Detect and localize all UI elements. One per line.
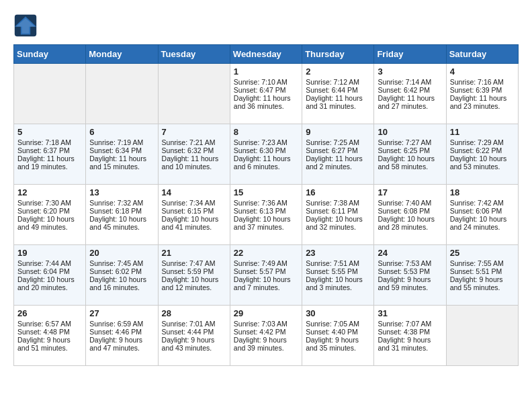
sunset-text: Sunset: 6:06 PM [450, 207, 515, 215]
daylight-text: Daylight: 10 hours and 49 minutes. [17, 215, 82, 231]
sunset-text: Sunset: 6:37 PM [17, 146, 82, 154]
daylight-text: Daylight: 9 hours and 35 minutes. [306, 336, 370, 352]
calendar-cell: 31Sunrise: 7:07 AMSunset: 4:38 PMDayligh… [374, 306, 446, 366]
calendar-cell: 15Sunrise: 7:36 AMSunset: 6:13 PMDayligh… [230, 185, 302, 245]
day-number: 22 [234, 248, 298, 258]
day-number: 16 [306, 187, 370, 197]
sunset-text: Sunset: 6:18 PM [89, 207, 154, 215]
daylight-text: Daylight: 9 hours and 43 minutes. [162, 336, 226, 352]
daylight-text: Daylight: 9 hours and 39 minutes. [234, 336, 298, 352]
calendar-cell: 1Sunrise: 7:10 AMSunset: 6:47 PMDaylight… [230, 64, 302, 124]
sunrise-text: Sunrise: 7:07 AM [378, 320, 442, 328]
calendar-cell: 24Sunrise: 7:53 AMSunset: 5:53 PMDayligh… [374, 245, 446, 306]
day-number: 28 [162, 308, 226, 318]
calendar-cell [86, 64, 158, 124]
calendar-cell: 2Sunrise: 7:12 AMSunset: 6:44 PMDaylight… [302, 64, 374, 124]
daylight-text: Daylight: 9 hours and 51 minutes. [17, 336, 82, 352]
day-number: 2 [306, 66, 370, 77]
daylight-text: Daylight: 10 hours and 3 minutes. [306, 275, 370, 291]
calendar-cell: 19Sunrise: 7:44 AMSunset: 6:04 PMDayligh… [14, 245, 86, 306]
day-number: 13 [89, 187, 154, 197]
sunset-text: Sunset: 6:13 PM [234, 207, 298, 215]
daylight-text: Daylight: 10 hours and 16 minutes. [89, 275, 154, 291]
calendar-week-5: 26Sunrise: 6:57 AMSunset: 4:48 PMDayligh… [14, 306, 519, 366]
calendar-week-4: 19Sunrise: 7:44 AMSunset: 6:04 PMDayligh… [14, 245, 519, 306]
daylight-text: Daylight: 10 hours and 20 minutes. [17, 275, 82, 291]
calendar-cell: 22Sunrise: 7:49 AMSunset: 5:57 PMDayligh… [230, 245, 302, 306]
sunset-text: Sunset: 6:42 PM [378, 86, 442, 94]
sunrise-text: Sunrise: 7:55 AM [450, 259, 515, 267]
calendar-week-1: 1Sunrise: 7:10 AMSunset: 6:47 PMDaylight… [14, 64, 519, 124]
sunset-text: Sunset: 5:53 PM [378, 267, 442, 275]
daylight-text: Daylight: 11 hours and 6 minutes. [234, 154, 298, 171]
sunrise-text: Sunrise: 7:01 AM [162, 320, 226, 328]
sunrise-text: Sunrise: 7:14 AM [378, 78, 442, 86]
day-number: 4 [450, 66, 515, 77]
day-header-row: SundayMondayTuesdayWednesdayThursdayFrid… [14, 45, 519, 64]
calendar-cell: 10Sunrise: 7:27 AMSunset: 6:25 PMDayligh… [374, 124, 446, 185]
daylight-text: Daylight: 10 hours and 12 minutes. [162, 275, 226, 291]
day-number: 30 [306, 308, 370, 318]
sunrise-text: Sunrise: 7:38 AM [306, 199, 370, 207]
day-number: 23 [306, 248, 370, 258]
sunset-text: Sunset: 6:11 PM [306, 207, 370, 215]
sunset-text: Sunset: 6:32 PM [162, 146, 226, 154]
day-number: 3 [378, 66, 442, 77]
day-number: 12 [17, 187, 82, 197]
daylight-text: Daylight: 10 hours and 37 minutes. [234, 215, 298, 231]
calendar-cell: 30Sunrise: 7:05 AMSunset: 4:40 PMDayligh… [302, 306, 374, 366]
calendar-cell: 4Sunrise: 7:16 AMSunset: 6:39 PMDaylight… [446, 64, 518, 124]
day-number: 10 [378, 127, 442, 137]
calendar-cell: 16Sunrise: 7:38 AMSunset: 6:11 PMDayligh… [302, 185, 374, 245]
daylight-text: Daylight: 11 hours and 36 minutes. [234, 94, 298, 110]
sunrise-text: Sunrise: 7:23 AM [234, 138, 298, 146]
day-header-thursday: Thursday [302, 45, 374, 64]
day-header-tuesday: Tuesday [158, 45, 230, 64]
sunrise-text: Sunrise: 7:49 AM [234, 259, 298, 267]
day-number: 17 [378, 187, 442, 197]
day-header-sunday: Sunday [14, 45, 86, 64]
calendar-cell: 12Sunrise: 7:30 AMSunset: 6:20 PMDayligh… [14, 185, 86, 245]
calendar-cell: 28Sunrise: 7:01 AMSunset: 4:44 PMDayligh… [158, 306, 230, 366]
sunrise-text: Sunrise: 7:25 AM [306, 138, 370, 146]
sunset-text: Sunset: 4:46 PM [89, 328, 154, 336]
daylight-text: Daylight: 10 hours and 28 minutes. [378, 215, 442, 231]
sunrise-text: Sunrise: 7:18 AM [17, 138, 82, 146]
logo-icon [13, 13, 38, 38]
sunrise-text: Sunrise: 7:47 AM [162, 259, 226, 267]
calendar-cell: 11Sunrise: 7:29 AMSunset: 6:22 PMDayligh… [446, 124, 518, 185]
sunrise-text: Sunrise: 7:29 AM [450, 138, 515, 146]
sunset-text: Sunset: 5:59 PM [162, 267, 226, 275]
sunrise-text: Sunrise: 7:03 AM [234, 320, 298, 328]
sunset-text: Sunset: 4:48 PM [17, 328, 82, 336]
sunrise-text: Sunrise: 7:44 AM [17, 259, 82, 267]
day-number: 24 [378, 248, 442, 258]
calendar-cell: 14Sunrise: 7:34 AMSunset: 6:15 PMDayligh… [158, 185, 230, 245]
calendar-cell: 13Sunrise: 7:32 AMSunset: 6:18 PMDayligh… [86, 185, 158, 245]
daylight-text: Daylight: 10 hours and 58 minutes. [378, 154, 442, 171]
sunrise-text: Sunrise: 7:45 AM [89, 259, 154, 267]
calendar-week-2: 5Sunrise: 7:18 AMSunset: 6:37 PMDaylight… [14, 124, 519, 185]
calendar-cell: 3Sunrise: 7:14 AMSunset: 6:42 PMDaylight… [374, 64, 446, 124]
day-number: 18 [450, 187, 515, 197]
calendar-cell: 20Sunrise: 7:45 AMSunset: 6:02 PMDayligh… [86, 245, 158, 306]
calendar-cell: 9Sunrise: 7:25 AMSunset: 6:27 PMDaylight… [302, 124, 374, 185]
calendar-cell [14, 64, 86, 124]
sunset-text: Sunset: 5:57 PM [234, 267, 298, 275]
calendar-week-3: 12Sunrise: 7:30 AMSunset: 6:20 PMDayligh… [14, 185, 519, 245]
sunrise-text: Sunrise: 7:16 AM [450, 78, 515, 86]
sunset-text: Sunset: 5:51 PM [450, 267, 515, 275]
day-header-saturday: Saturday [446, 45, 518, 64]
calendar-cell: 27Sunrise: 6:59 AMSunset: 4:46 PMDayligh… [86, 306, 158, 366]
sunset-text: Sunset: 6:04 PM [17, 267, 82, 275]
sunset-text: Sunset: 6:20 PM [17, 207, 82, 215]
sunrise-text: Sunrise: 7:51 AM [306, 259, 370, 267]
daylight-text: Daylight: 9 hours and 59 minutes. [378, 275, 442, 291]
calendar-cell: 7Sunrise: 7:21 AMSunset: 6:32 PMDaylight… [158, 124, 230, 185]
daylight-text: Daylight: 9 hours and 55 minutes. [450, 275, 515, 291]
calendar-cell: 23Sunrise: 7:51 AMSunset: 5:55 PMDayligh… [302, 245, 374, 306]
logo [13, 13, 40, 38]
daylight-text: Daylight: 9 hours and 47 minutes. [89, 336, 154, 352]
day-number: 8 [234, 127, 298, 137]
sunset-text: Sunset: 6:27 PM [306, 146, 370, 154]
